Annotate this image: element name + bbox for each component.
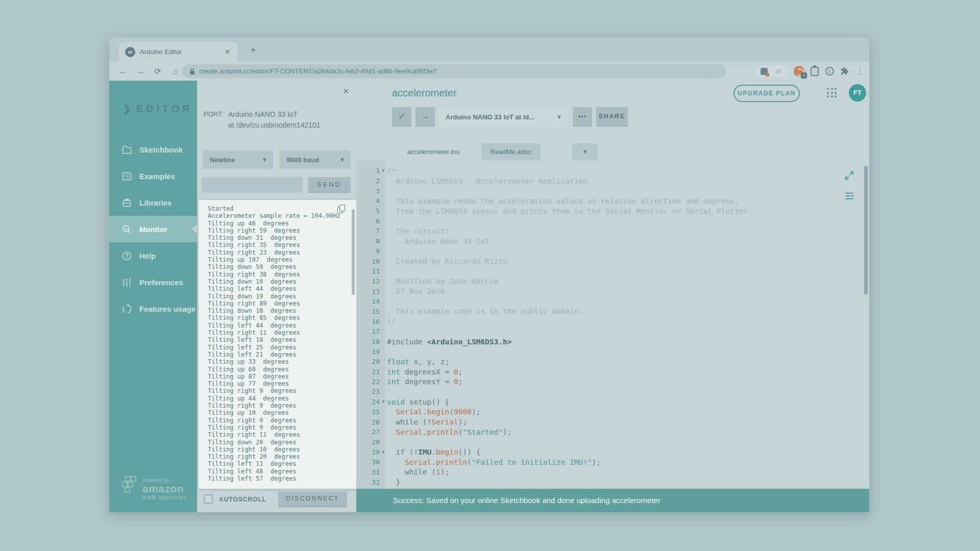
file-tabs: accelerometer.ino ReadMe.adoc ▼	[356, 143, 869, 160]
editor-logo: ❯EDITOR	[109, 81, 197, 115]
fold-chevron-icon[interactable]: ▼	[380, 168, 387, 173]
tab-close-icon[interactable]: ✕	[223, 47, 232, 57]
copy-icon[interactable]	[337, 205, 346, 214]
sidebar-item-label: Preferences	[139, 278, 183, 287]
sidebar-item-label: Features usage	[139, 305, 195, 313]
code-line: 7 The circuit:	[356, 226, 869, 236]
sidebar-menu: SketchbookExamplesLibrariesMonitorHelpPr…	[109, 136, 197, 322]
archive-icon	[120, 196, 133, 209]
reload-icon[interactable]: ⟳	[151, 66, 164, 76]
monitor-close-icon[interactable]: ✕	[342, 87, 349, 96]
code-line: 18#include <Arduino_LSM6DS3.h>	[356, 337, 869, 347]
sidebar-item-libraries[interactable]: Libraries	[109, 189, 197, 216]
sidebar-item-monitor[interactable]: Monitor	[109, 216, 197, 242]
log-line: Tilting right 9 degrees	[208, 402, 357, 409]
sidebar-item-help[interactable]: Help	[109, 242, 197, 269]
fold-chevron-icon[interactable]: ▼	[380, 399, 387, 404]
code-line: 23	[356, 387, 869, 397]
info-icon[interactable]: i	[825, 67, 834, 76]
code-line: 12 Modified by Jose García	[356, 277, 869, 287]
log-line: Tilting right 23 degrees	[208, 249, 357, 256]
sidebar-item-label: Monitor	[139, 225, 167, 234]
sidebar-item-examples[interactable]: Examples	[109, 163, 197, 189]
browser-toolbar: ← → ⟳ ⌂ create.arduino.cc/editor/FT-CONT…	[109, 62, 869, 81]
code-scrollbar[interactable]	[864, 166, 868, 294]
upgrade-plan-button[interactable]: UPGRADE PLAN	[733, 85, 800, 102]
verify-button[interactable]: ✓	[392, 107, 411, 127]
log-line: Tilting down 31 degrees	[208, 234, 357, 241]
sliders-icon	[120, 276, 133, 288]
code-editor[interactable]: 1▼/*2 Arduino LSM6DS3 - Accelerometer Ap…	[356, 160, 869, 489]
browser-tab[interactable]: ∞ Arduino Editor ✕	[119, 42, 237, 62]
log-line: Tilting up 77 degrees	[208, 380, 357, 387]
upload-button[interactable]: →	[415, 107, 435, 127]
tabs-dropdown-button[interactable]: ▼	[572, 143, 598, 160]
line-ending-select[interactable]: Newline ▼	[203, 151, 273, 169]
log-line: Tilting right 10 degrees	[208, 446, 357, 453]
code-line: 15 This example code is in the public do…	[356, 307, 869, 317]
log-line: Tilting right 9 degrees	[208, 424, 357, 431]
code-line: 19	[356, 346, 869, 357]
share-button[interactable]: SHARE	[596, 107, 628, 127]
extensions-puzzle-icon[interactable]	[840, 67, 849, 76]
fullscreen-icon[interactable]	[844, 170, 855, 181]
log-line: Tilting right 59 degrees	[208, 227, 357, 234]
log-line: Tilting right 9 degrees	[208, 417, 357, 424]
arduino-favicon-icon: ∞	[125, 47, 135, 57]
send-button[interactable]: SEND	[308, 177, 351, 193]
log-line: Tilting up 44 degrees	[208, 395, 357, 402]
code-line: 2 Arduino LSM6DS3 - Accelerometer Applic…	[356, 176, 869, 186]
code-line: 31 while (1);	[356, 467, 869, 478]
log-line: Tilting up 10 degrees	[208, 409, 357, 416]
disconnect-button[interactable]: DISCONNECT	[278, 491, 347, 507]
code-line: 11	[356, 266, 869, 277]
browser-menu-icon[interactable]: ⋮	[854, 67, 865, 76]
log-line: Tilting right 35 degrees	[208, 241, 357, 248]
baud-rate-select[interactable]: 9600 baud ▼	[280, 151, 351, 169]
translate-icon[interactable]	[760, 67, 769, 76]
log-line: Tilting up 33 degrees	[208, 358, 357, 365]
aws-logo: powered by amazon web services	[121, 476, 187, 501]
more-options-button[interactable]: •••	[573, 107, 592, 127]
user-avatar[interactable]: FT	[849, 84, 866, 102]
sidebar-item-sketchbook[interactable]: Sketchbook	[109, 136, 197, 163]
sidebar-item-label: Sketchbook	[139, 145, 183, 154]
aws-cubes-icon	[121, 476, 140, 493]
log-line: Tilting right 38 degrees	[208, 271, 357, 278]
autoscroll-checkbox[interactable]	[204, 494, 213, 504]
code-line: 26 while (!Serial);	[356, 417, 869, 427]
status-bar: Success: Saved on your online Sketchbook…	[356, 489, 869, 512]
back-icon[interactable]: ←	[116, 67, 130, 76]
console-lines-icon[interactable]	[844, 190, 855, 202]
forward-icon[interactable]: →	[134, 67, 147, 76]
new-tab-button[interactable]: +	[246, 44, 260, 56]
bookmark-star-icon[interactable]: ☆	[774, 67, 783, 76]
sidebar-item-features-usage[interactable]: Features usage	[109, 295, 197, 322]
log-line: Tilting left 48 degrees	[208, 468, 357, 475]
code-line: 21int degreesX = 0;	[356, 367, 869, 377]
sidebar: ❯EDITOR SketchbookExamplesLibrariesMonit…	[109, 81, 197, 512]
browser-tab-strip: ∞ Arduino Editor ✕ +	[109, 37, 869, 62]
browser-window: ∞ Arduino Editor ✕ + ← → ⟳ ⌂ create.ardu…	[109, 37, 869, 512]
address-bar[interactable]: create.arduino.cc/editor/FT-CONTENT/a284…	[182, 64, 726, 78]
chevron-down-icon: ▼	[262, 157, 267, 163]
apps-grid-icon[interactable]	[827, 88, 837, 98]
tab-readme-adoc[interactable]: ReadMe.adoc	[481, 143, 541, 160]
usage-icon	[120, 303, 133, 315]
code-line: 4 This example reads the acceleration va…	[356, 196, 869, 206]
code-line: 29▼ if (!IMU.begin()) {	[356, 447, 869, 457]
status-message: Success: Saved on your online Sketchbook…	[356, 489, 869, 512]
log-scrollbar[interactable]	[352, 209, 355, 295]
fold-chevron-icon[interactable]: ▼	[380, 450, 387, 455]
lock-icon	[189, 68, 195, 75]
password-manager-icon[interactable]	[810, 67, 819, 76]
board-select[interactable]: Arduino NANO 33 IoT at /d... ▼	[438, 107, 568, 127]
home-icon[interactable]: ⌂	[168, 67, 182, 76]
sidebar-item-preferences[interactable]: Preferences	[109, 269, 197, 295]
serial-message-input[interactable]	[202, 177, 303, 193]
extension-avatar-icon[interactable]: 1	[794, 66, 804, 77]
editor-main: accelerometer UPGRADE PLAN FT ✓ → Arduin…	[356, 81, 869, 512]
chevron-down-icon: ▼	[339, 157, 345, 163]
log-line: Tilting right 20 degrees	[208, 453, 357, 460]
tab-accelerometer-ino[interactable]: accelerometer.ino	[388, 143, 478, 160]
